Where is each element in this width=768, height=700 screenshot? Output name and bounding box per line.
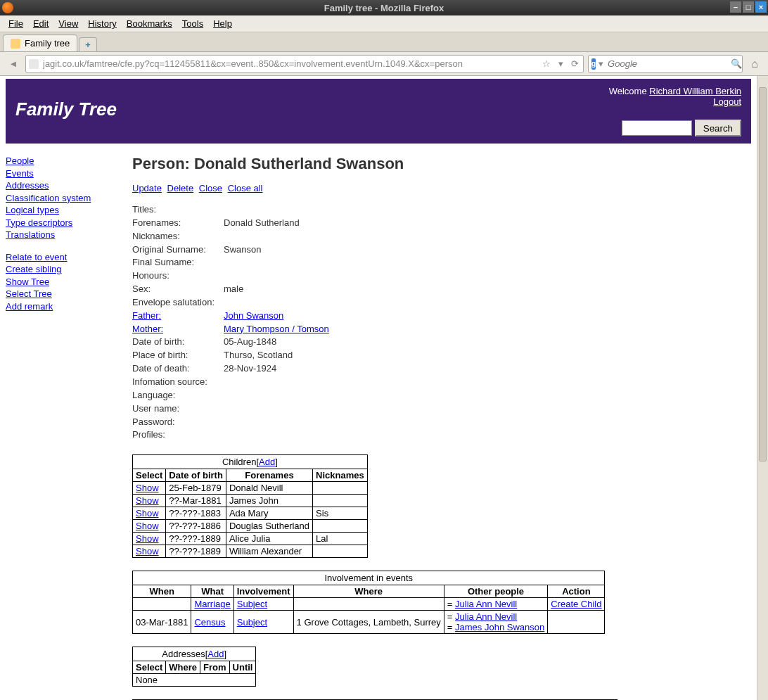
menu-history[interactable]: History [84,17,120,30]
show-link[interactable]: Show [136,533,159,544]
event-involvement-link[interactable]: Subject [237,617,267,628]
search-dropdown-icon[interactable]: ▾ [599,58,603,69]
detail-value: male [224,283,243,296]
site-identity-icon[interactable] [29,59,39,69]
action-close[interactable]: Close [199,183,222,193]
table-header: Where [166,661,200,674]
event-person-link[interactable]: Julia Ann Nevill [455,611,517,622]
sidebar-events[interactable]: Events [6,167,118,180]
url-bar[interactable]: ☆ ▾ ⟳ [25,55,584,73]
detail-label: Honours: [132,269,224,283]
sidebar: People Events Addresses Classification s… [6,155,118,700]
user-link[interactable]: Richard William Berkin [649,86,741,96]
firefox-icon [2,2,13,13]
detail-value-link[interactable]: Mary Thompson / Tomson [224,324,329,334]
menu-file[interactable]: File [4,17,27,30]
detail-label-link[interactable]: Mother: [132,324,163,334]
sidebar-create-sibling[interactable]: Create sibling [6,263,118,276]
tab-strip: Family tree + [0,32,768,52]
logout-link[interactable]: Logout [713,96,741,107]
event-what-link[interactable]: Census [194,617,225,628]
detail-label: Original Surname: [132,243,224,257]
detail-label: Date of birth: [132,336,224,349]
event-involvement-link[interactable]: Subject [237,599,267,609]
table-row: Show??-???-1883Ada MarySis [133,507,368,520]
table-header: When [133,585,191,598]
close-button[interactable]: × [755,1,767,13]
detail-value: Thurso, Scotland [224,349,293,362]
action-update[interactable]: Update [132,183,162,193]
detail-value-link[interactable]: John Swanson [224,310,283,321]
addresses-add-link[interactable]: Add [207,649,224,659]
show-link[interactable]: Show [136,508,159,518]
search-bar[interactable]: g ▾ 🔍 [588,55,743,73]
table-header: Select [133,661,166,674]
vertical-scrollbar[interactable] [757,76,768,700]
detail-value: 28-Nov-1924 [224,362,276,376]
detail-label: Password: [132,416,224,429]
scrollbar-thumb[interactable] [759,87,767,462]
event-action-link[interactable]: Create Child [551,599,601,609]
sidebar-type-descriptors[interactable]: Type descriptors [6,217,118,229]
sidebar-people[interactable]: People [6,155,118,167]
table-row: Show25-Feb-1879Donald Nevill [133,482,368,495]
browser-tab[interactable]: Family tree [3,34,77,51]
table-header: Select [133,469,166,482]
detail-label: Profiles: [132,428,224,442]
event-person-link[interactable]: Julia Ann Nevill [455,599,517,609]
children-table: Children[Add]SelectDate of birthForename… [132,454,368,558]
table-row: Show??-Mar-1881James John [133,495,368,507]
detail-label-link[interactable]: Father: [132,310,161,321]
table-header: Other people [444,585,547,598]
table-header: Action [548,585,605,598]
event-person-link[interactable]: James John Swanson [455,622,544,632]
children-add-link[interactable]: Add [259,457,275,467]
detail-label: Nicknames: [132,230,224,243]
sidebar-add-remark[interactable]: Add remark [6,300,118,313]
search-input[interactable] [606,58,728,70]
show-link[interactable]: Show [136,483,159,493]
bookmark-star-icon[interactable]: ☆ [541,58,552,69]
table-row: Show??-???-1889Alice JuliaLal [133,533,368,545]
sidebar-addresses[interactable]: Addresses [6,179,118,192]
new-tab-button[interactable]: + [79,37,97,51]
search-go-icon[interactable]: 🔍 [731,58,742,69]
sidebar-classification[interactable]: Classification system [6,192,118,205]
sidebar-logical-types[interactable]: Logical types [6,204,118,217]
record-actions: Update Delete Close Close all [132,183,751,193]
detail-label: Envelope salutation: [132,296,224,310]
menu-edit[interactable]: Edit [29,17,53,30]
action-delete[interactable]: Delete [167,183,194,193]
show-link[interactable]: Show [136,521,159,531]
google-icon[interactable]: g [591,58,596,70]
site-search-input[interactable] [622,120,692,136]
table-row: 03-Mar-1881CensusSubject1 Grove Cottages… [133,611,605,634]
url-dropdown-icon[interactable]: ▾ [555,58,566,69]
sidebar-show-tree[interactable]: Show Tree [6,276,118,288]
reload-icon[interactable]: ⟳ [569,58,580,69]
sidebar-select-tree[interactable]: Select Tree [6,288,118,300]
action-close-all[interactable]: Close all [228,183,263,193]
show-link[interactable]: Show [136,546,159,556]
detail-value: Swanson [224,243,261,257]
detail-label: Place of birth: [132,349,224,362]
event-what-link[interactable]: Marriage [194,599,230,609]
menu-help[interactable]: Help [209,17,236,30]
menu-tools[interactable]: Tools [178,17,207,30]
favicon-icon [11,39,20,49]
minimize-button[interactable]: – [730,1,741,13]
site-search-button[interactable]: Search [695,120,741,136]
maximize-button[interactable]: □ [743,1,754,13]
menu-bookmarks[interactable]: Bookmarks [122,17,177,30]
menu-view[interactable]: View [54,17,82,30]
sidebar-translations[interactable]: Translations [6,229,118,241]
window-title: Family tree - Mozilla Firefox [324,3,444,13]
detail-label: Sex: [132,283,224,296]
sidebar-relate-to-event[interactable]: Relate to event [6,251,118,264]
show-link[interactable]: Show [136,495,159,506]
url-input[interactable] [41,58,538,70]
detail-label: Titles: [132,203,224,217]
home-button[interactable]: ⌂ [747,56,762,72]
detail-value: 05-Aug-1848 [224,336,276,349]
back-button[interactable]: ◄ [6,56,21,72]
